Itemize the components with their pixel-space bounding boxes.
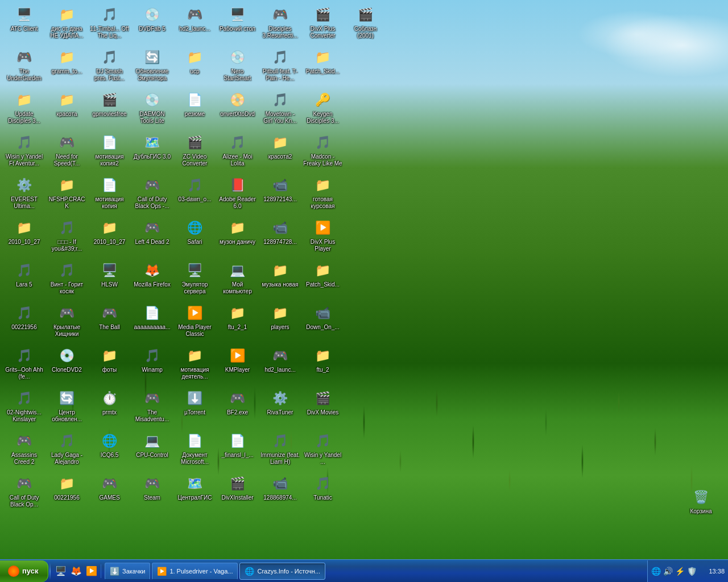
desktop-icon-nero-startsmart[interactable]: 💿Nero StartSmart xyxy=(216,45,259,88)
desktop-icon-onvertxtodvd[interactable]: 📀onvertXtoDvd xyxy=(216,88,259,131)
desktop-icon-atc-client[interactable]: 🖥️ATC Client xyxy=(3,3,46,45)
desktop-icon-left-4-dead2[interactable]: 🎮Left 4 Dead 2 xyxy=(131,216,173,259)
desktop-icon-aaaaaaaa[interactable]: 📄аааааааааа... xyxy=(131,301,173,344)
desktop-icon-gotovaya[interactable]: 📁готовая курсовая xyxy=(301,173,344,216)
desktop-icon-centralgis[interactable]: 🗺️ЦентралГИС xyxy=(173,472,216,514)
desktop-icon-lara5[interactable]: 🎵Lara 5 xyxy=(3,259,46,301)
desktop-icon-winamp[interactable]: 🎵Winamp xyxy=(131,344,173,386)
desktop-icon-clonedvd2[interactable]: 💿CloneDVD2 xyxy=(46,344,88,386)
desktop-icon-foty[interactable]: 📁фоты xyxy=(88,344,131,386)
desktop-icon-dokument-microsoft[interactable]: 📄Документ Microsoft... xyxy=(173,429,216,472)
desktop-icon-ucp[interactable]: 📁ucp xyxy=(173,45,216,88)
desktop-icon-patch-skid2[interactable]: 📁Patch_Skid... xyxy=(301,259,344,301)
desktop-icon-keygen-disciples[interactable]: 🔑Keygen Disciples 3... xyxy=(301,88,344,131)
desktop-icon-divxplus-player[interactable]: ▶️DivX Plus Player xyxy=(301,216,344,259)
desktop-icon-00221956-2[interactable]: 📁00221956 xyxy=(46,472,88,514)
desktop-icon-muzon-danich[interactable]: 📁музон даничу xyxy=(216,216,259,259)
desktop-icon-128972143[interactable]: 📹128972143... xyxy=(259,173,301,216)
desktop-icon-ftu2[interactable]: 📁ftu_2 xyxy=(301,344,344,386)
desktop-icon-bf2exe[interactable]: 🎮BF2.exe xyxy=(216,386,259,429)
desktop-icon-2010-10-27[interactable]: 📁2010_10_27 xyxy=(3,216,46,259)
desktop-icon-wisin-yandel2[interactable]: 🎵Wisin y Yandel ... xyxy=(301,429,344,472)
desktop-icon-dj-smash[interactable]: 🎵DJ Smash pres. Fast... xyxy=(88,45,131,88)
desktop-icon-steam[interactable]: 🎮Steam xyxy=(131,472,173,514)
tray-power-icon[interactable]: ⚡ xyxy=(675,567,685,576)
desktop-icon-kmplayer[interactable]: ▶️KMPlayer xyxy=(216,344,259,386)
desktop-icon-grits-ooh[interactable]: 🎵Grits--Ooh Ahh (fe... xyxy=(3,344,46,386)
desktop-icon-hlsw[interactable]: 🖥️HLSW xyxy=(88,259,131,301)
desktop-icon-hd2-launch2[interactable]: 🎮hd2_launc... xyxy=(259,344,301,386)
desktop-icon-rabochiy-stol[interactable]: 🖥️Рабочий стол xyxy=(216,3,259,45)
desktop-icon-safari[interactable]: 🌐Safari xyxy=(173,216,216,259)
desktop-icon-down-on[interactable]: 📹Down_On_... xyxy=(301,301,344,344)
desktop-icon-motivaciya-kopiya2[interactable]: 📄мотивация копия2 xyxy=(88,131,131,173)
desktop-icon-02-nightwis[interactable]: 🎵02-Nightwis... Kinslayer xyxy=(3,386,46,429)
desktop-icon-call-of-duty-black-ops[interactable]: 🎮Call of Duty Black Op... xyxy=(3,472,46,514)
taskbar-item-task-zakachki[interactable]: ⬇️Закачки xyxy=(105,563,150,580)
desktop-icon-update-disciples[interactable]: 📁Update Disciples 3... xyxy=(3,88,46,131)
desktop-icon-128974728[interactable]: 📹128974728... xyxy=(259,216,301,259)
desktop-icon-moy-computer[interactable]: 💻Мой компьютер xyxy=(216,259,259,301)
desktop-icon-divx-movies[interactable]: 🎬DivX Movies xyxy=(301,386,344,429)
desktop-icon-icq65[interactable]: 🌐ICQ6.5 xyxy=(88,429,131,472)
desktop-icon-emulator-servera[interactable]: 🖥️Эмулятор сервера xyxy=(173,259,216,301)
tray-volume-icon[interactable]: 🔊 xyxy=(663,567,673,576)
ql-firefox[interactable]: 🦊 xyxy=(69,564,83,578)
desktop-icon-vint-gorit[interactable]: 🎵Винт - Горит косяк xyxy=(46,259,88,301)
desktop-icon-alizee[interactable]: 🎵Alizee - Moi Lolita xyxy=(216,131,259,173)
desktop-icon-muzyka-novaya[interactable]: 📁музыка новая xyxy=(259,259,301,301)
tray-network-icon[interactable]: 🌐 xyxy=(651,567,661,576)
desktop-icon-madcon[interactable]: 🎵Madcon - Freaky Like Me xyxy=(301,131,344,173)
desktop-icon-rezyume[interactable]: 📄резюме xyxy=(173,88,216,131)
desktop-icon-immunize[interactable]: 🎵Immunize (feat. Liam H) xyxy=(259,429,301,472)
desktop-icon-if-you[interactable]: 🎵□□□ - If you&#39;r... xyxy=(46,216,88,259)
desktop-icon-tunatic[interactable]: 🎵Tunatic xyxy=(301,472,344,514)
desktop-icon-disciples3[interactable]: 🎮Disciples 3.Resurrecti... xyxy=(259,3,301,45)
desktop-icon-assassins-creed[interactable]: 🎮Assassins Creed 2 xyxy=(3,429,46,472)
desktop-icon-wisin-yandel[interactable]: 🎵Wisin y Yandel Ft Aventur... xyxy=(3,131,46,173)
desktop-icon-11-timbal[interactable]: 🎵11-Timbal... Off The Liq... xyxy=(88,3,131,45)
desktop-icon-hd2-launch[interactable]: 🎮hd2_launc... xyxy=(173,3,216,45)
desktop-icon-prmtx[interactable]: ⏱️prmtx xyxy=(88,386,131,429)
desktop-icon-rivaturner[interactable]: ⚙️RivaTuner xyxy=(259,386,301,429)
desktop-icon-ftu-2-1[interactable]: 📁ftu_2_1 xyxy=(216,301,259,344)
desktop-icon-divxinstaller[interactable]: 🎬DivXInstaller xyxy=(216,472,259,514)
desktop-icon-media-player-classic[interactable]: ▶️Media Player Classic xyxy=(173,301,216,344)
tray-antivirus-icon[interactable]: 🛡️ xyxy=(687,567,697,576)
desktop-icon-zc-video[interactable]: 🎬ZC Video Converter xyxy=(173,131,216,173)
desktop-icon-call-of-duty-black-ops2[interactable]: 🎮Call of Duty Black Ops -... xyxy=(131,173,173,216)
desktop-icon-the-undergarden[interactable]: 🎮The UnderGarden xyxy=(3,45,46,88)
desktop-icon-motivaciya-deyat[interactable]: 📁мотивация деятель... xyxy=(173,344,216,386)
desktop-icon-krylatye[interactable]: 🎮Крылатые Хищники xyxy=(46,301,88,344)
desktop-icon-motivaciya-kopiya[interactable]: 📄мотивация копия xyxy=(88,173,131,216)
desktop-icon-gpmoviesfree[interactable]: 🎬gpmoviesfree xyxy=(88,88,131,131)
recycle-bin-icon[interactable]: 🗑️ Корзина xyxy=(680,485,722,528)
desktop-icon-lady-gaga[interactable]: 🎵Lady Gaga - Alejandro xyxy=(46,429,88,472)
desktop-icon-dvdfab5[interactable]: 💿DVDFab 5 xyxy=(131,3,173,45)
desktop-icon-krasota[interactable]: 📁красота xyxy=(46,88,88,131)
desktop-icon-2010-10-27-2[interactable]: 📁2010_10_27 xyxy=(88,216,131,259)
desktop-icon-movetown[interactable]: 🎵Movetown - Girl You Kn... xyxy=(259,88,301,131)
ql-media[interactable]: ▶️ xyxy=(85,564,98,578)
desktop-icon-centr-obnovl[interactable]: 🔄Центр обновлен... xyxy=(46,386,88,429)
desktop-icon-krasota2[interactable]: 📁красота2 xyxy=(259,131,301,173)
desktop-icon-cpu-control[interactable]: 💻CPU-Control xyxy=(131,429,173,472)
desktop-icon-players[interactable]: 📁players xyxy=(259,301,301,344)
taskbar-item-task-crazys[interactable]: 🌐Crazys.Info - Источн... xyxy=(239,563,325,580)
desktop-icon-utorrent[interactable]: ⬇️µTorrent xyxy=(173,386,216,429)
start-button[interactable]: пуск xyxy=(0,560,48,582)
desktop-icon-03-dawn[interactable]: 🎵03-dawn_o... xyxy=(173,173,216,216)
desktop-icon-obnovlenie[interactable]: 🔄Обновление Эмулятора xyxy=(131,45,173,88)
desktop-icon-everest[interactable]: ⚙️EVEREST Ultima... xyxy=(3,173,46,216)
desktop-icon-00221956[interactable]: 🎵00221956 xyxy=(3,301,46,344)
desktop-icon-divxplus-conv[interactable]: 🎬DivX Plus Converter xyxy=(301,3,344,45)
desktop-icon-dublyagis[interactable]: 🗺️ДубльГИС 3.0 xyxy=(131,131,173,173)
desktop-icon-need-for-speed[interactable]: 🎮Need for Speed(T... xyxy=(46,131,88,173)
desktop-icon-128868974[interactable]: 📹128868974... xyxy=(259,472,301,514)
desktop-icon-pitbull[interactable]: 🎵Pitbull feat. T-Pain - He... xyxy=(259,45,301,88)
desktop-icon-the-ball[interactable]: 🎮The Ball xyxy=(88,301,131,344)
desktop-icon-mozilla-firefox[interactable]: 🦊Mozilla Firefox xyxy=(131,259,173,301)
desktop-icon-soblazn[interactable]: 🎬Соблазн (2001) xyxy=(344,3,387,45)
desktop-icon-games[interactable]: 🎮GAMES xyxy=(88,472,131,514)
desktop-icon-daemon-tools[interactable]: 💿DAEMON Tools Lite xyxy=(131,88,173,131)
